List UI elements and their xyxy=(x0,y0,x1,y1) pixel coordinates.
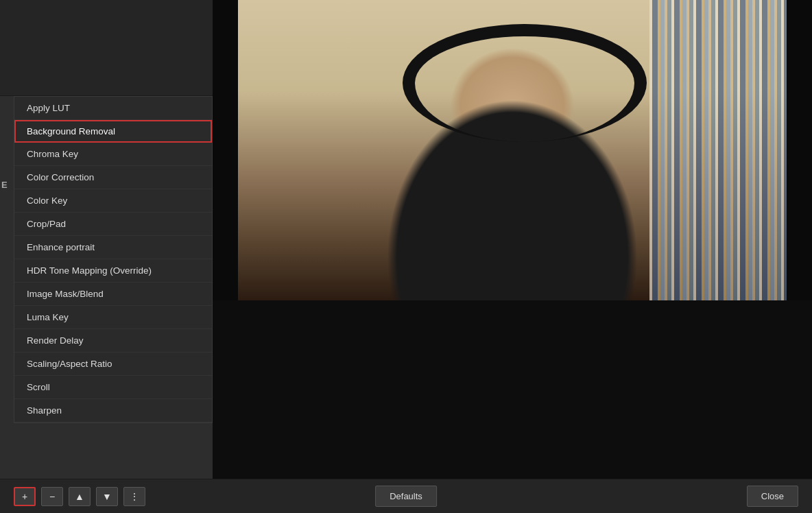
video-content xyxy=(238,0,787,302)
close-button[interactable]: Close xyxy=(747,486,798,507)
filter-menu: Apply LUTBackground RemovalChroma KeyCol… xyxy=(14,96,213,423)
move-up-button[interactable]: ▲ xyxy=(69,487,91,506)
bottom-bar-center: Defaults xyxy=(375,486,437,507)
filter-menu-item-crop-pad[interactable]: Crop/Pad xyxy=(14,213,212,236)
filter-menu-item-color-correction[interactable]: Color Correction xyxy=(14,166,212,189)
filter-menu-item-background-removal[interactable]: Background Removal xyxy=(14,120,212,143)
filter-menu-item-scroll[interactable]: Scroll xyxy=(14,376,212,399)
filter-menu-item-image-mask-blend[interactable]: Image Mask/Blend xyxy=(14,283,212,306)
move-down-button[interactable]: ▼ xyxy=(96,487,118,506)
toolbar-left: + − ▲ ▼ ⋮ xyxy=(14,487,145,506)
filter-menu-item-color-key[interactable]: Color Key xyxy=(14,189,212,213)
filter-menu-item-enhance-portrait[interactable]: Enhance portrait xyxy=(14,236,212,259)
filter-menu-item-hdr-tone-mapping[interactable]: HDR Tone Mapping (Override) xyxy=(14,259,212,283)
filter-menu-item-luma-key[interactable]: Luma Key xyxy=(14,306,212,329)
left-panel-header xyxy=(0,0,213,96)
video-frame xyxy=(238,0,787,302)
add-filter-button[interactable]: + xyxy=(14,487,36,506)
defaults-button[interactable]: Defaults xyxy=(375,486,437,507)
remove-filter-button[interactable]: − xyxy=(41,487,63,506)
menu-button[interactable]: ⋮ xyxy=(123,487,145,506)
filter-menu-item-sharpen[interactable]: Sharpen xyxy=(14,399,212,422)
video-bottom-area xyxy=(213,300,812,479)
filter-menu-item-apply-lut[interactable]: Apply LUT xyxy=(14,97,212,120)
filter-menu-item-chroma-key[interactable]: Chroma Key xyxy=(14,143,212,166)
edge-label: E xyxy=(1,180,8,190)
filter-menu-item-render-delay[interactable]: Render Delay xyxy=(14,329,212,353)
main-area: E Apply LUTBackground RemovalChroma KeyC… xyxy=(0,0,812,513)
filter-menu-item-scaling-aspect-ratio[interactable]: Scaling/Aspect Ratio xyxy=(14,353,212,376)
bottom-bar: + − ▲ ▼ ⋮ Defaults Close xyxy=(0,479,812,513)
left-panel: E Apply LUTBackground RemovalChroma KeyC… xyxy=(0,0,213,479)
